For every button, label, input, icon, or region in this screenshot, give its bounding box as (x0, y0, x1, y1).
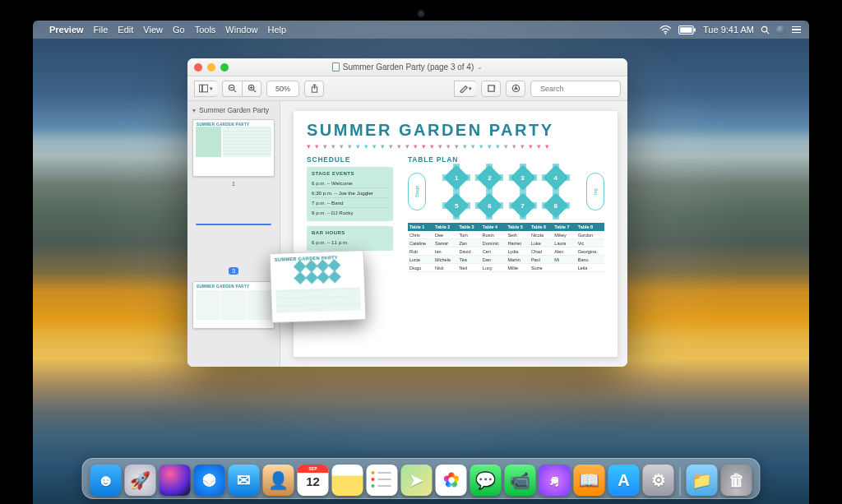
search-field[interactable] (530, 81, 621, 97)
title-chevron-icon[interactable]: ⌄ (477, 63, 483, 71)
dock: ☻ 🚀 ✦ ✉ 👤 SEP 12 ➤ 💬 📹 ♫ 📖 A ⚙ 📁 🗑 (82, 458, 761, 499)
page-thumbnail-1[interactable]: SUMMER GARDEN PARTY (192, 119, 275, 177)
dock-app-calendar[interactable]: SEP 12 (298, 465, 329, 496)
svg-point-4 (761, 26, 766, 31)
table-header: Table 8 (576, 223, 604, 231)
thumbnail-sidebar: Summer Garden Party SUMMER GARDEN PARTY … (187, 101, 280, 367)
dock-app-siri[interactable] (160, 465, 191, 496)
dock-app-finder[interactable]: ☻ (90, 465, 122, 496)
dock-app-ibooks[interactable]: 📖 (574, 465, 605, 496)
table-header: Table 3 (457, 223, 480, 231)
window-title[interactable]: Summer Garden Party (page 3 of 4) ⌄ (187, 62, 627, 72)
stage-events-panel: STAGE EVENTS 6 p.m. – Welcome 6:30 p.m. … (307, 167, 393, 221)
dock-app-itunes[interactable]: ♫ (539, 465, 571, 496)
zoom-level[interactable]: 50% (266, 81, 299, 97)
rotate-button[interactable] (481, 81, 501, 97)
bunting-decoration (307, 142, 604, 150)
svg-rect-2 (680, 27, 692, 33)
zoom-out-button[interactable] (222, 81, 242, 97)
guest-table: Table 1Table 2Table 3Table 4Table 5Table… (408, 223, 604, 272)
menu-tools[interactable]: Tools (195, 25, 216, 35)
dock-trash[interactable]: 🗑 (721, 465, 752, 496)
table-6-icon: 6 (479, 195, 500, 216)
dock-app-appstore[interactable]: A (608, 465, 640, 496)
page-thumbnail-4[interactable]: SUMMER GARDEN PARTY (192, 281, 275, 329)
svg-line-12 (253, 90, 256, 92)
search-input[interactable] (539, 84, 627, 94)
table-header: Table 5 (506, 223, 529, 231)
table-5-icon: 5 (446, 195, 467, 216)
stage-label: Stage (408, 173, 426, 210)
dock-app-facetime[interactable]: 📹 (505, 465, 536, 496)
chevron-down-icon: ▾ (469, 86, 472, 92)
table-row: CatalineSamarZanDominicHarrietLukeLauraV… (408, 239, 604, 247)
table-4-icon: 4 (545, 167, 567, 188)
dock-app-launchpad[interactable]: 🚀 (125, 465, 156, 496)
table-row: RobIanDavidCeriLydiaChadAlexGeorgina (408, 247, 604, 256)
window-title-text: Summer Garden Party (page 3 of 4) (343, 62, 474, 72)
svg-rect-6 (199, 85, 201, 92)
table-header: Table 6 (530, 223, 553, 231)
table-1-icon: 1 (446, 167, 467, 188)
menubar-clock[interactable]: Tue 9:41 AM (703, 25, 754, 35)
battery-icon[interactable] (678, 25, 696, 35)
table-header: Table 7 (553, 223, 576, 231)
thumb-3-badge: 3 (229, 267, 238, 275)
dock-app-system-preferences[interactable]: ⚙ (643, 465, 674, 496)
dock-app-reminders[interactable] (367, 465, 398, 496)
svg-rect-3 (694, 28, 696, 31)
camera-dot (418, 10, 425, 17)
tableplan-heading: TABLE PLAN (408, 155, 604, 164)
dock-app-safari[interactable]: ✦ (194, 465, 225, 496)
table-row: DiogoNickNeilLucyMillieSuzieLeila (408, 264, 604, 272)
menu-go[interactable]: Go (173, 25, 185, 35)
chevron-down-icon: ▾ (210, 86, 213, 92)
document-viewport[interactable]: SUMMER GARDEN PARTY SCHEDULE STAGE EVENT… (280, 101, 627, 367)
dock-downloads-folder[interactable]: 📁 (687, 465, 718, 496)
zoom-in-button[interactable] (242, 81, 261, 97)
bar-hours-panel: BAR HOURS 6 p.m. – 11 p.m. (307, 226, 393, 251)
document-proxy-icon[interactable] (332, 62, 340, 72)
laptop-bezel: Preview File Edit View Go Tools Window H… (0, 0, 842, 504)
view-mode-button[interactable]: ▾ (194, 81, 217, 97)
sidebar-doc-title[interactable]: Summer Garden Party (192, 106, 275, 114)
table-row: ChrisDeeTomRosinSethNicolaMikeyGordon (408, 231, 604, 239)
dock-separator (680, 468, 681, 496)
table-3-icon: 3 (512, 167, 534, 188)
titlebar[interactable]: Summer Garden Party (page 3 of 4) ⌄ (187, 58, 627, 76)
svg-line-5 (766, 31, 769, 34)
markup-button[interactable] (506, 81, 525, 97)
doc-title: SUMMER GARDEN PARTY (307, 121, 604, 140)
dock-app-contacts[interactable]: 👤 (263, 465, 294, 496)
table-plan-diagram: Stage 1 2 3 4 (408, 167, 604, 216)
right-cap-label: mg (586, 173, 604, 210)
preview-window: Summer Garden Party (page 3 of 4) ⌄ ▾ 50… (187, 58, 627, 367)
menu-help[interactable]: Help (267, 25, 286, 35)
dock-app-mail[interactable]: ✉ (229, 465, 260, 496)
dock-app-notes[interactable] (332, 465, 363, 496)
dragged-page-thumbnail[interactable]: SUMMER GARDEN PARTY (270, 250, 367, 323)
menu-window[interactable]: Window (225, 25, 257, 35)
table-2-icon: 2 (479, 167, 500, 188)
table-7-icon: 7 (512, 195, 534, 216)
menu-file[interactable]: File (94, 25, 109, 35)
svg-rect-7 (202, 85, 207, 92)
wifi-icon[interactable] (659, 25, 672, 35)
menu-view[interactable]: View (143, 25, 163, 35)
thumb-1-label: 1 (192, 180, 275, 187)
table-header: Table 1 (408, 223, 433, 231)
svg-rect-17 (488, 86, 493, 91)
spotlight-icon[interactable] (761, 25, 770, 35)
table-header: Table 2 (433, 223, 457, 231)
highlight-button[interactable]: ▾ (454, 81, 476, 97)
svg-point-0 (665, 32, 667, 34)
share-button[interactable] (304, 81, 324, 97)
menu-edit[interactable]: Edit (118, 25, 133, 35)
app-menu[interactable]: Preview (49, 25, 84, 35)
dock-app-maps[interactable]: ➤ (401, 465, 433, 496)
notification-center-icon[interactable] (792, 26, 801, 34)
dock-app-messages[interactable]: 💬 (470, 465, 502, 496)
siri-icon[interactable] (776, 25, 785, 35)
table-8-icon: 8 (545, 195, 567, 216)
dock-app-photos[interactable] (436, 465, 467, 496)
